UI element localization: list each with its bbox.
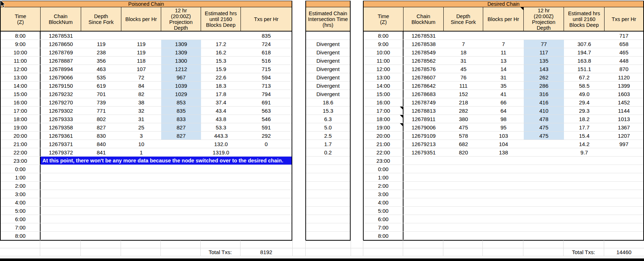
data-cell[interactable]: 53.3 [201,123,241,131]
data-cell[interactable]: 25 [121,123,161,131]
data-cell[interactable]: 1309 [161,48,201,56]
data-cell[interactable]: 117 [524,48,564,56]
data-cell[interactable]: 10 [121,140,161,148]
data-cell[interactable]: 138 [483,148,524,156]
column-header[interactable]: Chain BlockNum [41,7,81,31]
data-cell[interactable]: 7 [483,40,524,48]
data-cell[interactable] [201,223,241,231]
data-cell[interactable]: 98 [483,115,524,123]
data-cell[interactable] [444,157,483,165]
data-cell[interactable]: 12678749 [403,98,444,106]
data-cell[interactable] [201,165,241,173]
data-cell[interactable] [403,232,444,240]
data-cell[interactable] [81,182,121,190]
data-cell[interactable]: 535 [81,73,121,81]
data-cell[interactable] [403,190,444,198]
time-cell[interactable]: 3:00 [1,190,41,198]
data-cell[interactable]: 802 [81,115,121,123]
data-cell[interactable] [483,190,524,198]
time-cell[interactable]: 11:00 [364,57,403,65]
data-cell[interactable] [483,157,524,165]
data-cell[interactable]: 475 [524,132,564,140]
data-cell[interactable]: 17.2 [201,40,241,48]
data-cell[interactable]: 103 [483,132,524,140]
data-cell[interactable]: 691 [241,98,292,106]
data-cell[interactable]: 132.0 [201,140,241,148]
data-cell[interactable]: 64 [483,107,524,115]
time-cell[interactable]: 1:00 [1,173,41,181]
data-cell[interactable] [201,198,241,206]
data-cell[interactable]: 12678642 [403,82,444,90]
data-cell[interactable] [241,182,292,190]
data-cell[interactable] [201,232,241,240]
intersection-cell[interactable]: 15.3 [306,107,350,115]
data-cell[interactable]: 14.2 [564,140,605,148]
intersection-cell[interactable]: 1.7 [306,140,350,148]
time-cell[interactable]: 8:00 [1,32,41,40]
data-cell[interactable] [161,198,201,206]
data-cell[interactable]: 416 [524,98,564,106]
time-cell[interactable]: 2:00 [1,182,41,190]
data-cell[interactable] [241,207,292,215]
time-cell[interactable]: 6:00 [1,215,41,223]
data-cell[interactable]: 835 [161,107,201,115]
data-cell[interactable]: 82 [121,90,161,98]
data-cell[interactable]: 771 [81,107,121,115]
data-cell[interactable] [444,32,483,40]
data-cell[interactable]: 563 [241,107,292,115]
total-txs-value-poisoned[interactable]: 8192 [240,248,292,256]
time-cell[interactable]: 17:00 [364,107,403,115]
data-cell[interactable] [121,223,161,231]
data-cell[interactable] [121,32,161,40]
data-cell[interactable]: 43.4 [201,107,241,115]
data-cell[interactable]: 1603 [605,90,643,98]
data-cell[interactable] [41,165,81,173]
data-cell[interactable] [524,140,564,148]
data-cell[interactable] [241,232,292,240]
data-cell[interactable]: 262 [524,73,564,81]
data-cell[interactable] [241,215,292,223]
time-cell[interactable]: 7:00 [1,223,41,231]
data-cell[interactable] [524,32,564,40]
time-cell[interactable]: 4:00 [364,198,403,206]
data-cell[interactable] [524,232,564,240]
time-cell[interactable]: 15:00 [364,90,403,98]
time-cell[interactable]: 10:00 [364,48,403,56]
data-cell[interactable] [524,157,564,165]
data-cell[interactable]: 12678813 [403,107,444,115]
data-cell[interactable] [161,232,201,240]
data-cell[interactable] [564,190,605,198]
data-cell[interactable]: 820 [444,148,483,156]
data-cell[interactable]: 84 [121,82,161,90]
data-cell[interactable]: 997 [605,140,643,148]
poisoned-chain-title[interactable]: Poisoned Chain [1,1,292,7]
time-cell[interactable]: 1:00 [364,173,403,181]
data-cell[interactable]: 448 [605,57,643,65]
intersection-cell[interactable]: Divergent [306,82,350,90]
data-cell[interactable] [483,173,524,181]
data-cell[interactable]: 380 [444,115,483,123]
data-cell[interactable]: 194.7 [564,48,605,56]
data-cell[interactable]: 724 [241,40,292,48]
data-cell[interactable]: 591 [241,123,292,131]
data-cell[interactable]: 475 [524,123,564,131]
time-cell[interactable]: 5:00 [1,207,41,215]
data-cell[interactable] [161,165,201,173]
column-header[interactable]: Time (Z) [364,7,403,31]
intersection-cell[interactable]: Divergent [306,65,350,73]
intersection-cell[interactable] [306,190,350,198]
data-cell[interactable]: 7 [444,40,483,48]
data-cell[interactable] [201,32,241,40]
data-cell[interactable]: 13 [483,57,524,65]
data-cell[interactable]: 218 [444,98,483,106]
data-cell[interactable]: 12679351 [403,148,444,156]
intersection-cell[interactable] [306,207,350,215]
data-cell[interactable]: 37.4 [201,98,241,106]
data-cell[interactable] [483,215,524,223]
intersection-cell[interactable]: Divergent [306,90,350,98]
data-cell[interactable]: 835 [241,32,292,40]
data-cell[interactable]: 465 [605,48,643,56]
time-cell[interactable]: 14:00 [364,82,403,90]
data-cell[interactable]: 29.3 [564,107,605,115]
time-cell[interactable]: 16:00 [1,98,41,106]
